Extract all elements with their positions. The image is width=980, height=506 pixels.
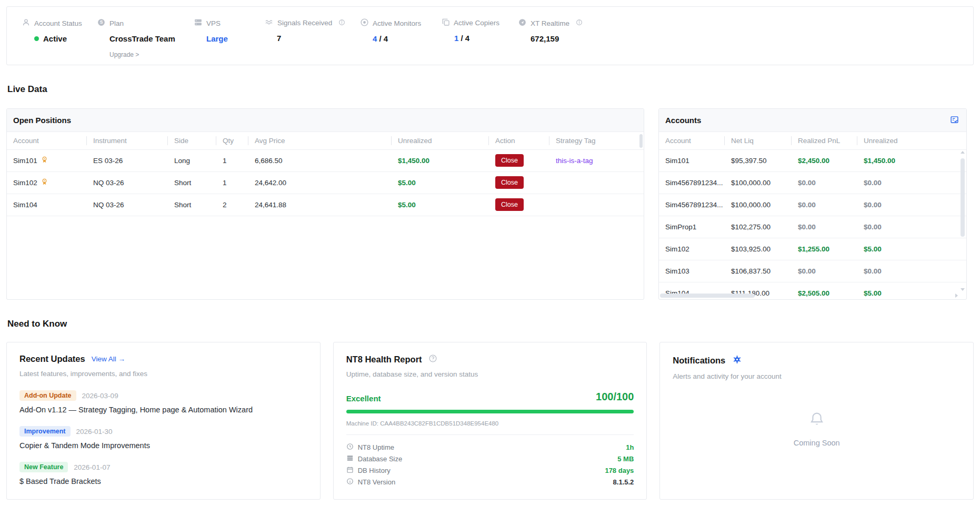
info-icon[interactable] <box>338 19 345 27</box>
health-progress-bar <box>346 410 634 413</box>
info-icon[interactable] <box>576 19 583 27</box>
unrealized-cell: $5.00 <box>857 238 967 260</box>
health-stat-row: Database Size 5 MB <box>346 453 634 464</box>
side-cell: Short <box>168 171 216 194</box>
unrealized-cell: $0.00 <box>857 194 967 216</box>
accounts-header: Accounts <box>659 109 966 132</box>
update-item[interactable]: Add-on Update 2026-03-09 Add-On v1.12 — … <box>19 390 307 414</box>
unrealized-cell: $0.00 <box>857 260 967 282</box>
col-unrealized: Unrealized <box>392 132 489 149</box>
update-title: Copier & Tandem Mode Improvements <box>19 441 307 450</box>
active-status-dot <box>34 36 39 41</box>
copiers-value: 1 / 4 <box>454 34 518 43</box>
signals-value: 7 <box>277 34 360 43</box>
position-row: Sim104 NQ 03-26 Short 2 24,641.88 $5.00 … <box>7 194 644 216</box>
close-position-button[interactable]: Close <box>495 176 524 189</box>
position-row: Sim101 ES 03-26 Long 1 6,686.50 $1,450.0… <box>7 149 644 171</box>
health-stat-value: 178 days <box>605 467 634 474</box>
col-net-liq: Net Liq <box>725 132 792 149</box>
side-cell: Long <box>168 149 216 171</box>
health-score: 100/100 <box>596 391 634 403</box>
stat-plan: S Plan CrossTrade Team Upgrade > <box>97 18 194 65</box>
health-stat-value: 8.1.5.2 <box>613 478 634 486</box>
help-question-icon[interactable] <box>428 354 437 365</box>
award-ribbon-icon <box>41 156 48 165</box>
upgrade-link[interactable]: Upgrade > <box>109 51 194 58</box>
update-badge: Improvement <box>19 426 71 437</box>
stat-account-status-label: Account Status <box>22 18 97 28</box>
server-icon <box>194 18 203 28</box>
unrealized-cell: $5.00 <box>392 194 489 216</box>
horizontal-scroll-thumb[interactable] <box>660 294 755 298</box>
scroll-down-arrow[interactable] <box>961 288 965 291</box>
notification-settings-button[interactable] <box>732 354 743 367</box>
stat-vps: VPS Large <box>194 18 264 65</box>
net-liq-cell: $95,397.50 <box>725 149 792 171</box>
svg-text:S: S <box>100 19 103 25</box>
table-check-icon <box>950 115 959 126</box>
vertical-scroll-thumb[interactable] <box>961 158 965 237</box>
unrealized-cell: $0.00 <box>857 216 967 238</box>
close-position-button[interactable]: Close <box>495 198 524 211</box>
instrument-cell: ES 03-26 <box>87 149 168 171</box>
recent-updates-title: Recent Updates <box>19 354 85 364</box>
open-positions-header: Open Positions <box>7 109 644 132</box>
qty-cell: 1 <box>216 149 248 171</box>
notifications-title: Notifications <box>673 356 725 366</box>
stat-active-copiers: Active Copiers 1 / 4 <box>442 18 518 65</box>
notifications-card: Notifications Alerts and activity for yo… <box>659 342 974 500</box>
update-date: 2026-03-09 <box>82 392 118 400</box>
open-positions-vertical-scrollbar[interactable] <box>639 134 643 148</box>
clock-icon <box>346 443 354 452</box>
stat-monitors-label: Active Monitors <box>360 18 442 28</box>
col-avg-price: Avg Price <box>248 132 392 149</box>
status-summary-bar: Account Status Active S Plan CrossTrade … <box>6 6 974 65</box>
accounts-settings-button[interactable] <box>949 114 960 127</box>
scroll-right-arrow[interactable] <box>955 294 958 298</box>
monitors-value: 4 / 4 <box>373 34 442 43</box>
accounts-card: Accounts Account Net Liq Realized PnL Un… <box>658 108 967 300</box>
account-name: Sim4567891234... <box>659 194 725 216</box>
update-item[interactable]: New Feature 2026-01-07 $ Based Trade Bra… <box>19 462 307 485</box>
account-row: Sim102 $103,925.00 $1,255.00 $5.00 <box>659 238 967 260</box>
net-liq-cell: $100,000.00 <box>725 171 792 194</box>
recent-updates-card: Recent Updates View All → Latest feature… <box>6 342 321 500</box>
view-all-link[interactable]: View All → <box>92 355 125 363</box>
plan-value: CrossTrade Team <box>109 34 194 43</box>
net-liq-cell: $102,275.00 <box>725 216 792 238</box>
live-data-heading: Live Data <box>7 84 974 95</box>
update-title: $ Based Trade Brackets <box>19 477 307 485</box>
gear-icon <box>733 355 742 366</box>
strategy-tag-link[interactable]: this-is-a-tag <box>556 157 593 165</box>
update-item[interactable]: Improvement 2026-01-30 Copier & Tandem M… <box>19 426 307 450</box>
realized-cell: $0.00 <box>792 194 857 216</box>
close-position-button[interactable]: Close <box>495 154 524 167</box>
vps-value[interactable]: Large <box>206 34 264 43</box>
side-cell: Short <box>168 194 216 216</box>
account-status-value: Active <box>34 34 97 43</box>
avg-price-cell: 24,642.00 <box>248 171 392 194</box>
account-name: Sim4567891234... <box>659 171 725 194</box>
accounts-vertical-scrollbar[interactable] <box>960 151 965 291</box>
scroll-up-arrow[interactable] <box>961 151 965 154</box>
user-icon <box>22 18 31 28</box>
account-row: SimProp1 $102,275.00 $0.00 $0.00 <box>659 216 967 238</box>
qty-cell: 1 <box>216 171 248 194</box>
health-stat-value: 1h <box>626 443 634 451</box>
account-row: Sim103 $106,837.50 $0.00 $0.00 <box>659 260 967 282</box>
open-positions-title: Open Positions <box>13 116 71 125</box>
col-realized-pnl: Realized PnL <box>792 132 857 149</box>
update-date: 2026-01-07 <box>74 463 110 471</box>
divider <box>346 434 634 435</box>
need-to-know-heading: Need to Know <box>7 319 974 329</box>
position-row: Sim102 NQ 03-26 Short 1 24,642.00 $5.00 … <box>7 171 644 194</box>
unrealized-cell: $5.00 <box>392 171 489 194</box>
open-positions-header-row: Account Instrument Side Qty Avg Price Un… <box>7 132 644 149</box>
col-unrealized: Unrealized <box>857 132 967 149</box>
stat-copiers-label: Active Copiers <box>442 18 518 28</box>
unrealized-cell: $0.00 <box>857 171 967 194</box>
col-account: Account <box>659 132 725 149</box>
account-name: Sim102 <box>659 238 725 260</box>
globe-send-icon <box>518 18 527 28</box>
accounts-horizontal-scrollbar[interactable] <box>660 293 958 298</box>
